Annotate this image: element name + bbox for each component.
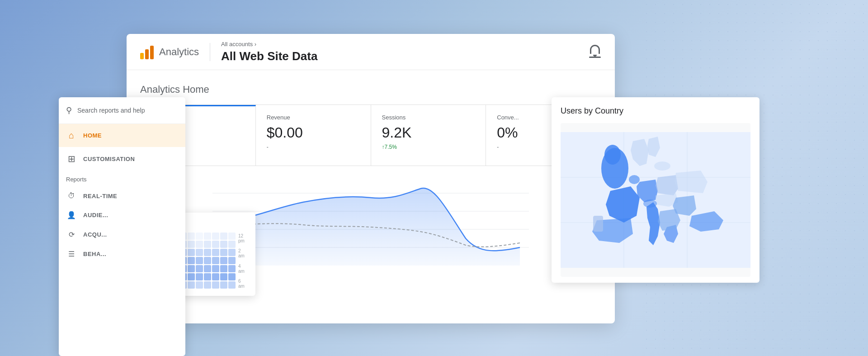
heatmap-cell: [188, 265, 195, 272]
nav-label-home: HOME: [83, 132, 102, 139]
metric-card-revenue[interactable]: Revenue $0.00 -: [256, 105, 371, 166]
behaviour-icon: ☰: [66, 250, 77, 258]
home-icon: ⌂: [66, 130, 77, 141]
heatmap-cell: [196, 265, 203, 272]
heatmap-col: [196, 233, 203, 289]
search-icon: ⚲: [66, 105, 72, 115]
heatmap-cell: [212, 241, 219, 248]
heatmap-cell: [220, 281, 227, 289]
svg-point-14: [654, 161, 670, 171]
heatmap-cell: [212, 273, 219, 280]
report-label-behaviour: BEHA...: [83, 251, 106, 257]
chart-area-fill: [235, 188, 520, 266]
heatmap-cell: [212, 257, 219, 264]
breadcrumb[interactable]: All accounts ›: [221, 41, 589, 47]
metric-value-sessions: 9.2K: [382, 124, 475, 141]
logo-bar-2: [145, 49, 149, 59]
heatmap-cell: [220, 265, 227, 272]
bell-base: [589, 57, 601, 58]
nav-item-customisation[interactable]: ⊞ CUSTOMISATION: [59, 147, 185, 171]
heatmap-cell: [204, 241, 211, 248]
heatmap-cell: [228, 249, 236, 256]
heatmap-cell: [228, 265, 236, 272]
heatmap-cell: [204, 233, 211, 240]
heatmap-cell: [228, 241, 236, 248]
clock-icon: ⏱: [66, 192, 77, 200]
heatmap-col: [212, 233, 219, 289]
country-panel-title: Users by Country: [561, 106, 750, 116]
heatmap-cell: [188, 273, 195, 280]
heatmap-cell: [188, 233, 195, 240]
heatmap-cell: [220, 257, 227, 264]
heatmap-cell: [228, 273, 236, 280]
heatmap-labels: 12 pm 2 am 4 am 6 am: [238, 233, 248, 289]
metric-label-sessions: Sessions: [382, 114, 475, 121]
heatmap-col: [228, 233, 236, 289]
heatmap-cell: [220, 241, 227, 248]
nav-label-customisation: CUSTOMISATION: [83, 156, 135, 162]
country-panel: Users by Country: [552, 97, 760, 283]
metric-label-revenue: Revenue: [267, 114, 360, 121]
heatmap-cell: [204, 249, 211, 256]
bell-body: [590, 45, 600, 54]
nav-item-home[interactable]: ⌂ HOME: [59, 124, 185, 147]
search-bar[interactable]: ⚲ Search reports and help: [59, 97, 185, 124]
heatmap-cell: [228, 257, 236, 264]
heatmap-cell: [196, 241, 203, 248]
heatmap-cell: [204, 273, 211, 280]
heatmap-cell: [196, 281, 203, 289]
logo-bar-3: [150, 46, 154, 59]
report-label-realtime: REAL-TIME: [83, 193, 117, 199]
heatmap-col: [204, 233, 211, 289]
logo-bar-1: [140, 53, 144, 59]
heatmap-col: [220, 233, 227, 289]
heatmap-cell: [212, 265, 219, 272]
heatmap-cell: [188, 281, 195, 289]
logo-area: Analytics: [140, 45, 199, 59]
heatmap-cell: [228, 281, 236, 289]
heatmap-cell: [204, 281, 211, 289]
europe-map-svg: [561, 123, 750, 277]
metric-value-revenue: $0.00: [267, 124, 360, 141]
heatmap-cell: [212, 233, 219, 240]
metric-card-sessions[interactable]: Sessions 9.2K ↑7.5%: [371, 105, 486, 166]
metric-change-sessions: ↑7.5%: [382, 144, 475, 150]
analytics-home-title: Analytics Home: [140, 84, 601, 95]
heatmap-cell: [204, 257, 211, 264]
logo-text: Analytics: [159, 46, 199, 58]
heatmap-cell: [196, 249, 203, 256]
heatmap-col: [188, 233, 195, 289]
svg-point-10: [604, 145, 621, 165]
metric-change-revenue: -: [267, 144, 360, 150]
search-placeholder: Search reports and help: [77, 107, 145, 114]
heatmap-cell: [196, 233, 203, 240]
report-item-behaviour[interactable]: ☰ BEHA...: [59, 244, 185, 264]
report-item-acquisition[interactable]: ⟳ ACQU...: [59, 225, 185, 244]
heatmap-cell: [220, 233, 227, 240]
report-item-audience[interactable]: 👤 AUDIE...: [59, 205, 185, 225]
svg-point-12: [643, 199, 657, 208]
reports-section-label: Reports: [59, 171, 185, 186]
acquisition-icon: ⟳: [66, 230, 77, 239]
customisation-icon: ⊞: [66, 153, 77, 164]
heatmap-cell: [212, 281, 219, 289]
svg-point-11: [629, 175, 640, 184]
heatmap-cell: [188, 241, 195, 248]
heatmap-cell: [204, 265, 211, 272]
report-item-realtime[interactable]: ⏱ REAL-TIME: [59, 186, 185, 205]
bell-icon[interactable]: [589, 45, 601, 59]
page-title: All Web Site Data: [221, 49, 589, 63]
report-label-acquisition: ACQU...: [83, 231, 107, 238]
heatmap-cell: [212, 249, 219, 256]
breadcrumb-area: All accounts › All Web Site Data: [221, 41, 589, 63]
heatmap-cell: [188, 249, 195, 256]
heatmap-cell: [220, 273, 227, 280]
metrics-row: Users 6K ↑4.8% vs last 7 days Revenue $0…: [140, 104, 601, 166]
sidebar-panel: ⚲ Search reports and help ⌂ HOME ⊞ CUSTO…: [59, 97, 185, 356]
svg-rect-13: [593, 216, 603, 232]
person-icon: 👤: [66, 211, 77, 219]
heatmap-cell: [196, 257, 203, 264]
map-container: [561, 123, 750, 277]
analytics-header: Analytics All accounts › All Web Site Da…: [127, 34, 615, 70]
report-label-audience: AUDIE...: [83, 212, 108, 218]
